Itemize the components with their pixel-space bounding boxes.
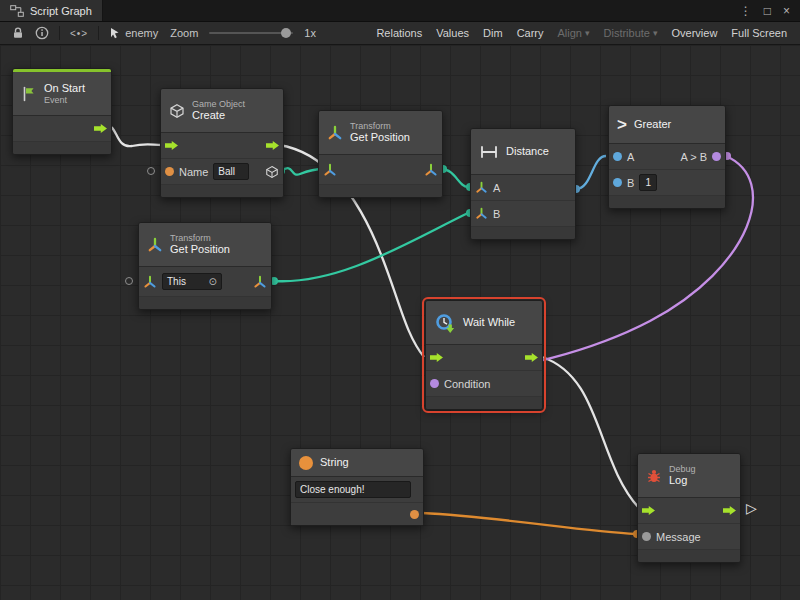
flow-in-port[interactable] <box>165 141 178 150</box>
position-output-port[interactable] <box>253 275 267 289</box>
node-footer <box>471 227 575 239</box>
flow-out-port[interactable] <box>266 141 279 150</box>
transform-axes-icon <box>327 125 343 141</box>
node-get-position-a[interactable]: Transform Get Position <box>318 110 443 198</box>
node-footer <box>638 550 740 562</box>
game-object-output-port[interactable] <box>265 165 279 179</box>
window-menu-icon[interactable]: ⋮ <box>740 4 752 18</box>
flow-out-port[interactable] <box>525 353 538 362</box>
target-self-field[interactable]: This ⊙ <box>162 273 222 290</box>
titlebar: Script Graph ⋮ □ × <box>0 0 800 22</box>
info-icon[interactable] <box>30 22 54 44</box>
overview-button[interactable]: Overview <box>665 22 725 44</box>
greater-icon: > <box>617 116 627 133</box>
node-category: Game Object <box>192 99 245 109</box>
toolbar-separator <box>98 26 99 40</box>
distance-icon <box>479 145 499 159</box>
maximize-icon[interactable]: □ <box>764 4 771 18</box>
node-title: Distance <box>506 145 549 158</box>
wire-onstart-to-create[interactable] <box>104 126 162 146</box>
close-icon[interactable]: × <box>783 4 790 18</box>
b-value-input[interactable] <box>639 174 657 191</box>
b-input-port[interactable] <box>613 178 622 187</box>
message-input-port[interactable] <box>642 532 651 541</box>
result-output-port[interactable] <box>712 152 721 161</box>
toolbar-separator <box>59 26 60 40</box>
node-greater[interactable]: > Greater A A > B B <box>608 105 726 209</box>
string-output-port[interactable] <box>410 510 419 519</box>
wire-waitwhile-to-log[interactable] <box>542 357 639 508</box>
node-title: Get Position <box>350 131 410 144</box>
values-button[interactable]: Values <box>429 22 476 44</box>
transform-input-port[interactable] <box>143 275 157 289</box>
string-icon <box>299 456 313 470</box>
flow-in-port[interactable] <box>430 353 443 362</box>
string-value-input[interactable] <box>295 481 411 498</box>
flow-in-port[interactable] <box>642 506 655 515</box>
button-label: Relations <box>376 27 422 39</box>
wire-distance-to-greater-a[interactable] <box>576 156 606 189</box>
carry-button[interactable]: Carry <box>510 22 551 44</box>
chevron-down-icon: ▾ <box>585 28 590 38</box>
button-label: Align <box>558 27 582 39</box>
wire-string-to-message[interactable] <box>422 513 636 534</box>
button-label: Full Screen <box>731 27 787 39</box>
node-title: Wait While <box>463 316 515 329</box>
node-title: Log <box>669 474 696 487</box>
tab-script-graph[interactable]: Script Graph <box>0 0 103 21</box>
port-label: B <box>627 177 634 189</box>
node-footer <box>139 297 271 309</box>
name-input-port[interactable] <box>165 167 174 176</box>
flow-out-port[interactable] <box>723 506 736 515</box>
flow-out-port[interactable] <box>94 124 107 133</box>
port-label: Condition <box>444 378 490 390</box>
output-label: A > B <box>680 151 707 163</box>
position-output-port[interactable] <box>424 163 438 177</box>
vector-input-port[interactable] <box>475 181 488 194</box>
port-label: B <box>493 208 500 220</box>
relations-button[interactable]: Relations <box>369 22 429 44</box>
node-footer <box>13 142 111 154</box>
a-input-port[interactable] <box>613 152 622 161</box>
node-on-start-event[interactable]: On Start Event <box>12 68 112 155</box>
condition-input-port[interactable] <box>430 379 439 388</box>
code-preview-icon[interactable]: <•> <box>65 22 93 44</box>
name-input[interactable] <box>213 163 249 180</box>
button-label: Dim <box>483 27 503 39</box>
node-string-literal[interactable]: String <box>290 448 424 526</box>
lock-icon[interactable] <box>6 22 30 44</box>
dim-button[interactable]: Dim <box>476 22 510 44</box>
zoom-label: Zoom <box>170 27 198 39</box>
distribute-button: Distribute ▾ <box>597 22 665 44</box>
full-screen-button[interactable]: Full Screen <box>724 22 794 44</box>
graph-name-label: enemy <box>125 27 158 39</box>
node-category: Debug <box>669 464 696 474</box>
node-title: Create <box>192 109 245 122</box>
node-distance[interactable]: Distance A B <box>470 128 576 240</box>
pointer-icon <box>110 27 120 39</box>
node-wait-while[interactable]: Wait While Condition <box>425 300 543 410</box>
port-label: A <box>493 182 500 194</box>
node-title: Get Position <box>170 243 230 256</box>
graph-canvas[interactable]: On Start Event Game Object Create Name <box>0 45 800 600</box>
port-label: Name <box>179 166 208 178</box>
button-label: Overview <box>672 27 718 39</box>
wire-getposition-b-to-distance-b[interactable] <box>274 213 468 281</box>
graph-icon <box>10 5 24 17</box>
cube-icon <box>169 103 185 119</box>
node-game-object-create[interactable]: Game Object Create Name <box>160 88 284 198</box>
unconnected-port-indicator <box>147 167 155 175</box>
port-label: A <box>627 151 634 163</box>
transform-input-port[interactable] <box>323 163 337 177</box>
node-footer <box>426 397 542 409</box>
node-footer <box>319 185 442 197</box>
node-get-position-b[interactable]: Transform Get Position This ⊙ <box>138 222 272 310</box>
target-picker-icon[interactable]: ⊙ <box>209 276 217 287</box>
node-debug-log[interactable]: Debug Log Message <box>637 453 741 563</box>
transform-axes-icon <box>147 237 163 253</box>
zoom-slider[interactable] <box>209 32 293 34</box>
chevron-down-icon: ▾ <box>653 28 658 38</box>
vector-input-port[interactable] <box>475 207 488 220</box>
carry-arrow-icon: ▷ <box>746 500 757 516</box>
zoom-slider-thumb[interactable] <box>281 28 291 38</box>
